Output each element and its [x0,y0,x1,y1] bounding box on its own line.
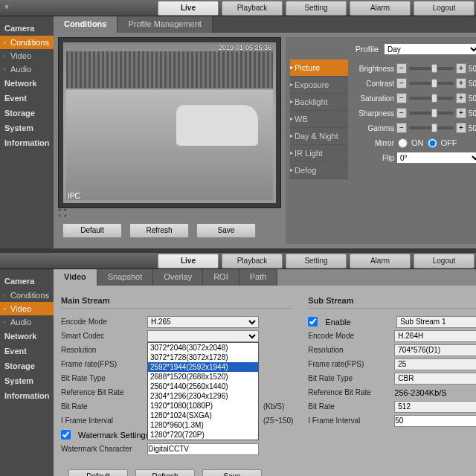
sub-encode-select[interactable]: H.264H [394,330,476,342]
tab-snapshot[interactable]: Snapshot [97,269,153,286]
brightness-plus[interactable]: + [456,63,466,74]
sidebar2-camera[interactable]: ▼Camera [0,274,54,289]
sub-stream-col: Sub Stream EnableSub Stream 1 Encode Mod… [308,293,476,456]
sidebar-2: ▼Camera ›Conditions ›Video ›Audio Networ… [0,269,54,476]
sharpness-minus[interactable]: − [396,108,407,118]
tab-overlay[interactable]: Overlay [153,269,203,286]
tab-profile-management[interactable]: Profile Management [118,16,212,33]
sidebar-information[interactable]: Information [0,135,54,150]
sidebar2-video[interactable]: ›Video [0,302,54,315]
res-opt[interactable]: 1920*1080(1080P) [148,401,258,411]
sidebar-storage[interactable]: Storage [0,106,54,120]
brightness-minus[interactable]: − [396,63,407,74]
res-opt[interactable]: 2304*1296(2304x1296) [148,391,258,401]
mirror-off-radio[interactable] [428,138,437,148]
default-button[interactable]: Default [62,223,122,238]
brightness-value: 50 [469,65,476,73]
sidebar2-conditions[interactable]: ›Conditions [0,289,54,302]
sidebar-network[interactable]: Network [0,76,54,91]
sidebar-audio[interactable]: ›Audio [0,62,54,76]
refresh-button[interactable]: Refresh [129,223,189,238]
res-opt[interactable]: 1280*1024(SXGA) [148,411,258,420]
sidebar-conditions[interactable]: ›Conditions [0,36,54,49]
save-button[interactable]: Save [196,223,256,238]
brightness-slider[interactable] [409,67,454,70]
tab-roi[interactable]: ROI [203,269,239,286]
submenu-daynight[interactable]: ▸Day & Night [290,128,348,145]
contrast-slider[interactable] [409,82,454,85]
submenu-picture[interactable]: ▸Picture [290,60,348,77]
sidebar2-network[interactable]: Network [0,329,54,344]
sidebar2-audio[interactable]: ›Audio [0,315,54,329]
chevron-right-icon: › [4,53,6,60]
fullscreen-icon[interactable]: ⛶ [58,208,281,217]
contrast-plus[interactable]: + [456,78,466,89]
watermark-checkbox[interactable] [61,430,71,440]
sub-fps-select[interactable]: 25 [394,358,476,370]
submenu-wb[interactable]: ▸WB [290,111,348,128]
res-opt[interactable]: 1280*720(720P) [148,430,258,440]
saturation-minus[interactable]: − [396,93,407,103]
sidebar2-event[interactable]: Event [0,344,54,358]
saturation-label: Saturation [353,94,394,103]
saturation-slider[interactable] [409,97,454,100]
nav-setting[interactable]: Setting [286,1,347,16]
sidebar2-storage[interactable]: Storage [0,358,54,373]
nav-live[interactable]: Live [158,1,219,16]
sub-brtype-select[interactable]: CBR [394,373,476,385]
chevron-right-icon: › [4,66,6,73]
refresh-button-2[interactable]: Refresh [135,469,195,476]
resolution-select[interactable] [147,330,259,342]
nav-alarm[interactable]: Alarm [350,1,411,16]
contrast-minus[interactable]: − [396,78,407,89]
tab-conditions[interactable]: Conditions [54,16,118,33]
encode-mode-select[interactable]: H.265 [147,316,259,328]
submenu-backlight[interactable]: ▸Backlight [290,94,348,111]
res-opt[interactable]: 3072*2048(3072x2048) [148,343,258,353]
enable-checkbox[interactable] [308,317,318,327]
sidebar-camera[interactable]: ▼Camera [0,21,54,36]
sub-br-select[interactable]: 512 [394,401,476,413]
profile-select[interactable]: Day [384,43,476,55]
res-opt[interactable]: 2688*1520(2688x1520) [148,372,258,382]
nav-logout[interactable]: Logout [414,1,475,16]
sidebar-video[interactable]: ›Video [0,49,54,62]
nav-playback[interactable]: Playback [222,1,283,16]
sub-resolution-select[interactable]: 704*576(D1) [394,344,476,356]
watermark-char-input[interactable] [147,443,259,455]
save-button-2[interactable]: Save [202,469,262,476]
gamma-label: Gamma [353,124,394,132]
res-opt[interactable]: 2592*1944(2592x1944) [148,362,258,372]
main-stream-col: Main Stream Encode ModeH.265 Smart Codec… [61,293,293,456]
gamma-minus[interactable]: − [396,123,407,133]
sub-iframe-input[interactable] [394,415,476,427]
gamma-slider[interactable] [409,126,454,129]
sidebar2-information[interactable]: Information [0,388,54,403]
nav2-logout[interactable]: Logout [414,254,475,268]
gamma-plus[interactable]: + [456,123,466,133]
mirror-label: Mirror [353,139,394,147]
sharpness-plus[interactable]: + [456,108,466,118]
submenu-exposure[interactable]: ▸Exposure [290,77,348,94]
nav2-alarm[interactable]: Alarm [350,254,411,268]
res-opt[interactable]: 1280*960(1.3M) [148,420,258,430]
res-opt[interactable]: 3072*1728(3072x1728) [148,353,258,362]
sidebar2-system[interactable]: System [0,373,54,388]
default-button-2[interactable]: Default [68,469,128,476]
saturation-plus[interactable]: + [456,93,466,103]
res-opt[interactable]: 2560*1440(2560x1440) [148,382,258,391]
profile-label: Profile [356,45,379,54]
substream-select[interactable]: Sub Stream 1 [396,316,476,328]
nav2-playback[interactable]: Playback [222,254,283,268]
mirror-on-radio[interactable] [398,138,408,148]
submenu-irlight[interactable]: ▸IR Light [290,145,348,162]
sharpness-slider[interactable] [409,112,454,115]
tab-path[interactable]: Path [239,269,278,286]
tab-video[interactable]: Video [54,269,97,286]
nav2-setting[interactable]: Setting [286,254,347,268]
nav2-live[interactable]: Live [158,254,219,268]
sidebar-system[interactable]: System [0,120,54,135]
flip-select[interactable]: 0° [396,152,476,164]
submenu-defog[interactable]: ▸Defog [290,162,348,179]
sidebar-event[interactable]: Event [0,91,54,106]
